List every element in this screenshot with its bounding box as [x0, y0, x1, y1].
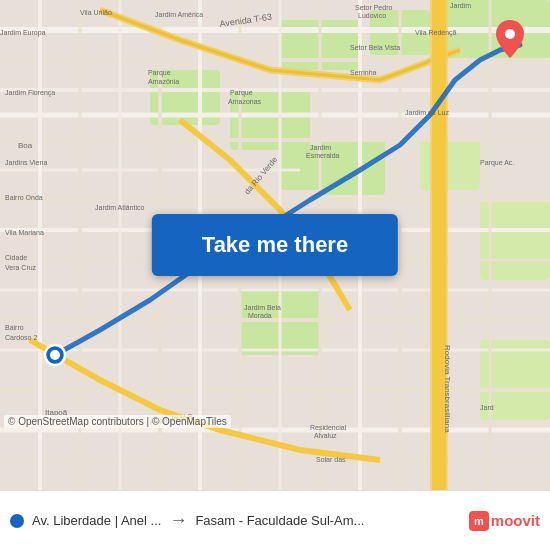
svg-text:Jardins Viena: Jardins Viena [5, 159, 47, 166]
svg-point-42 [50, 350, 60, 360]
destination-label: Fasam - Faculdade Sul-Am... [195, 513, 364, 528]
route-arrow-icon: → [169, 510, 187, 531]
svg-text:Jardim Europa: Jardim Europa [0, 29, 46, 37]
svg-text:Jardim Bela: Jardim Bela [244, 304, 281, 311]
svg-text:Rodovia Transbrasilliana: Rodovia Transbrasilliana [443, 345, 452, 433]
map-copyright: © OpenStreetMap contributors | © OpenMap… [4, 415, 231, 428]
origin-dot [10, 514, 24, 528]
svg-text:Boa: Boa [18, 141, 33, 150]
svg-text:Morada: Morada [248, 312, 272, 319]
svg-text:Esmeralda: Esmeralda [306, 152, 340, 159]
svg-text:Cardoso 2: Cardoso 2 [5, 334, 37, 341]
svg-text:Jardim: Jardim [310, 144, 331, 151]
svg-text:Jardim Atlântico: Jardim Atlântico [95, 204, 145, 211]
svg-text:Residencial: Residencial [310, 424, 347, 431]
svg-text:Amazônia: Amazônia [148, 78, 179, 85]
svg-rect-8 [420, 140, 480, 190]
svg-text:Jardim da Luz: Jardim da Luz [405, 109, 449, 116]
map-container: Avenida T-63 Boa Jardim Florença Jardins… [0, 0, 550, 490]
origin-label: Av. Liberdade | Anel ... [32, 513, 161, 528]
svg-text:Jard: Jard [480, 404, 494, 411]
svg-text:Cidade: Cidade [5, 254, 27, 261]
svg-text:Vila Redençã: Vila Redençã [415, 29, 457, 37]
svg-text:Jardim: Jardim [450, 2, 471, 9]
route-info: Av. Liberdade | Anel ... → Fasam - Facul… [10, 510, 461, 531]
moovit-icon: m [469, 511, 489, 531]
svg-text:Setor Pedro: Setor Pedro [355, 4, 392, 11]
svg-text:Jardim América: Jardim América [155, 11, 203, 18]
svg-text:Bairro Onda: Bairro Onda [5, 194, 43, 201]
svg-text:Vila Mariana: Vila Mariana [5, 229, 44, 236]
svg-text:Amazonas: Amazonas [228, 98, 262, 105]
svg-text:Parque: Parque [230, 89, 253, 97]
moovit-text: moovit [491, 512, 540, 529]
svg-text:Vera Cruz: Vera Cruz [5, 264, 37, 271]
svg-text:Parque: Parque [148, 69, 171, 77]
bottom-bar: Av. Liberdade | Anel ... → Fasam - Facul… [0, 490, 550, 550]
take-me-there-button[interactable]: Take me there [152, 214, 398, 276]
svg-text:Alvaluz: Alvaluz [314, 432, 337, 439]
svg-text:Solar das: Solar das [316, 456, 346, 463]
moovit-logo: m moovit [469, 511, 540, 531]
svg-text:Setor Bela Vista: Setor Bela Vista [350, 44, 400, 51]
svg-text:Vila União: Vila União [80, 9, 112, 16]
svg-text:Bairro: Bairro [5, 324, 24, 331]
svg-text:Serrinha: Serrinha [350, 69, 377, 76]
svg-point-44 [505, 29, 515, 39]
svg-text:Parque Ac.: Parque Ac. [480, 159, 514, 167]
svg-text:Ludovico: Ludovico [358, 12, 386, 19]
svg-text:Jardim Florença: Jardim Florença [5, 89, 55, 97]
svg-text:m: m [474, 515, 484, 527]
